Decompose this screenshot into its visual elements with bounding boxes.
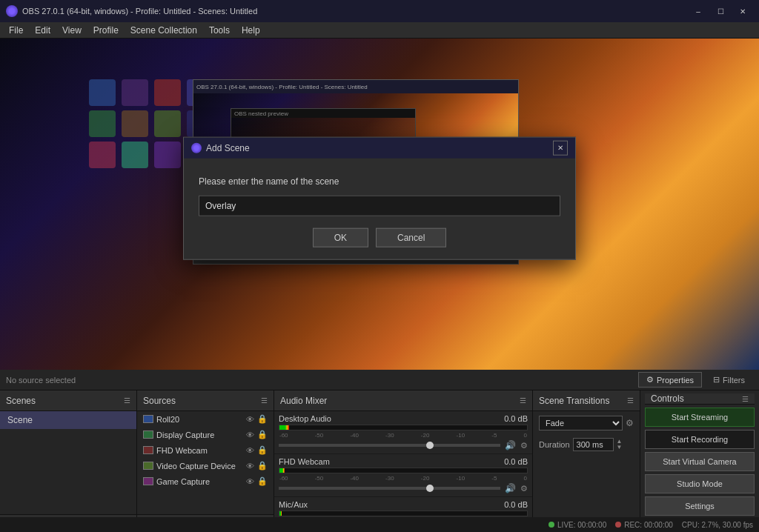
source-name: FHD Webcam (156, 446, 208, 455)
desktop-audio-fill (279, 425, 289, 430)
transition-type-select[interactable]: Fade (539, 416, 623, 430)
mic-aux-db: 0.0 dB (504, 500, 528, 509)
dialog-titlebar: Add Scene ✕ (184, 137, 575, 158)
menu-item-file[interactable]: File (3, 24, 29, 37)
menu-item-profile[interactable]: Profile (87, 24, 125, 37)
fhd-webcam-settings-icon[interactable]: ⚙ (520, 484, 528, 493)
desktop-audio-slider[interactable] (279, 444, 500, 447)
maximize-button[interactable]: ☐ (710, 4, 731, 19)
source-visibility-icon[interactable]: 👁 (246, 446, 254, 455)
scenes-list: Scene (0, 411, 136, 514)
source-lock-icon[interactable]: 🔒 (257, 461, 268, 471)
sources-panel-header: Sources ☰ (137, 390, 274, 411)
scene-transitions-panel: Scene Transitions ☰ Fade ⚙ Duration ▲ ▼ (533, 390, 640, 532)
menu-item-help[interactable]: Help (236, 24, 266, 37)
source-item-roll20[interactable]: Roll20 👁 🔒 (137, 411, 274, 427)
controls-icon: ☰ (742, 395, 749, 403)
source-visibility-icon[interactable]: 👁 (246, 462, 254, 471)
dialog-obs-icon (191, 142, 202, 153)
fhd-webcam-slider[interactable] (279, 487, 500, 490)
fhd-webcam-fill (279, 468, 285, 473)
browser-source-icon (143, 415, 153, 423)
dialog-buttons: OK Cancel (199, 227, 560, 247)
start-virtual-camera-button[interactable]: Start Virtual Camera (645, 452, 755, 471)
rec-status: REC: 00:00:00 (615, 521, 673, 529)
live-timer: LIVE: 00:00:00 (557, 521, 606, 529)
menu-bar: FileEditViewProfileScene CollectionTools… (0, 22, 759, 39)
mic-aux-fill (279, 511, 282, 516)
fhd-webcam-mute-icon[interactable]: 🔊 (505, 483, 516, 493)
cpu-status: CPU: 2.7%, 30.00 fps (682, 521, 753, 529)
obs-status-bar: LIVE: 00:00:00 REC: 00:00:00 CPU: 2.7%, … (0, 517, 759, 532)
source-item-video-capture[interactable]: Video Capture Device 👁 🔒 (137, 458, 274, 473)
transitions-icon: ☰ (627, 396, 634, 405)
scene-item[interactable]: Scene (0, 411, 136, 429)
source-lock-icon[interactable]: 🔒 (257, 414, 268, 424)
desktop-audio-thumb (426, 442, 434, 449)
desktop-audio-ticks: -60-50-40-30-20-10-50 (279, 432, 528, 439)
dialog-cancel-button[interactable]: Cancel (376, 227, 446, 247)
game-source-icon (143, 477, 153, 485)
mic-aux-name: Mic/Aux (279, 500, 308, 509)
dialog-title-left: Add Scene (191, 142, 250, 153)
desktop-audio-controls: 🔊 ⚙ (279, 440, 528, 450)
audio-mixer-header: Audio Mixer ☰ (274, 390, 532, 411)
obs-logo-icon (6, 5, 18, 17)
audio-mixer-icon: ☰ (520, 396, 526, 405)
source-item-game-capture[interactable]: Game Capture 👁 🔒 (137, 473, 274, 489)
source-visibility-icon[interactable]: 👁 (246, 430, 254, 439)
camera-source-icon (143, 446, 153, 454)
start-recording-button[interactable]: Start Recording (645, 430, 755, 449)
title-bar: OBS 27.0.1 (64-bit, windows) - Profile: … (0, 0, 759, 22)
source-lock-icon[interactable]: 🔒 (257, 445, 268, 455)
rec-timer: REC: 00:00:00 (624, 521, 673, 529)
source-lock-icon[interactable]: 🔒 (257, 476, 268, 486)
duration-down-arrow[interactable]: ▼ (617, 445, 623, 450)
menu-item-edit[interactable]: Edit (29, 24, 56, 37)
close-button[interactable]: ✕ (732, 4, 753, 19)
filters-tab[interactable]: ⊟ Filters (705, 372, 753, 388)
transition-settings-icon[interactable]: ⚙ (626, 418, 634, 428)
source-visibility-icon[interactable]: 👁 (246, 477, 254, 486)
duration-input[interactable] (573, 438, 614, 451)
add-scene-dialog: Add Scene ✕ Please enter the name of the… (183, 136, 576, 259)
source-visibility-icon[interactable]: 👁 (246, 415, 254, 424)
dialog-ok-button[interactable]: OK (313, 227, 368, 247)
controls-panel-header: Controls ☰ (645, 393, 755, 405)
start-streaming-button[interactable]: Start Streaming (645, 408, 755, 427)
studio-mode-button[interactable]: Studio Mode (645, 474, 755, 493)
minimize-button[interactable]: – (688, 4, 709, 19)
scene-name-input[interactable] (199, 195, 560, 216)
dialog-title-text: Add Scene (206, 142, 250, 153)
audio-mixer-panel: Audio Mixer ☰ Desktop Audio 0.0 dB -60-5… (274, 390, 533, 532)
menu-item-scene-collection[interactable]: Scene Collection (125, 24, 203, 37)
video-source-icon (143, 462, 153, 470)
sources-list: Roll20 👁 🔒 Display Capture 👁 🔒 FHD Webca… (137, 411, 274, 514)
source-name: Roll20 (156, 415, 179, 424)
menu-item-view[interactable]: View (56, 24, 87, 37)
mic-aux-meter (279, 511, 528, 516)
desktop-audio-mute-icon[interactable]: 🔊 (505, 440, 516, 450)
preview-area: OBS 27.0.1 (64-bit, windows) - Profile: … (0, 39, 759, 370)
inner-obs-titlebar: OBS 27.0.1 (64-bit, windows) - Profile: … (193, 80, 518, 93)
properties-bar: No source selected ⚙ Properties ⊟ Filter… (0, 370, 759, 390)
menu-item-tools[interactable]: Tools (203, 24, 236, 37)
dialog-body: Please enter the name of the scene OK Ca… (184, 158, 575, 259)
controls-title: Controls (651, 393, 684, 404)
fhd-webcam-audio-channel: FHD Webcam 0.0 dB -60-50-40-30-20-10-50 … (274, 454, 532, 497)
dialog-close-button[interactable]: ✕ (553, 140, 568, 155)
settings-button[interactable]: Settings (645, 496, 755, 516)
controls-panel: Controls ☰ Start Streaming Start Recordi… (640, 390, 759, 532)
source-name: Video Capture Device (156, 462, 236, 471)
fhd-webcam-db: 0.0 dB (504, 457, 528, 466)
desktop-audio-settings-icon[interactable]: ⚙ (520, 441, 528, 450)
source-item-display[interactable]: Display Capture 👁 🔒 (137, 427, 274, 442)
source-lock-icon[interactable]: 🔒 (257, 430, 268, 439)
source-item-webcam[interactable]: FHD Webcam 👁 🔒 (137, 442, 274, 458)
desktop-audio-header: Desktop Audio 0.0 dB (279, 414, 528, 423)
window-title: OBS 27.0.1 (64-bit, windows) - Profile: … (22, 7, 257, 16)
duration-label: Duration (539, 440, 570, 449)
properties-tab[interactable]: ⚙ Properties (638, 372, 702, 388)
scenes-panel-header: Scenes ☰ (0, 390, 136, 411)
scenes-panel-title: Scenes (6, 396, 36, 406)
